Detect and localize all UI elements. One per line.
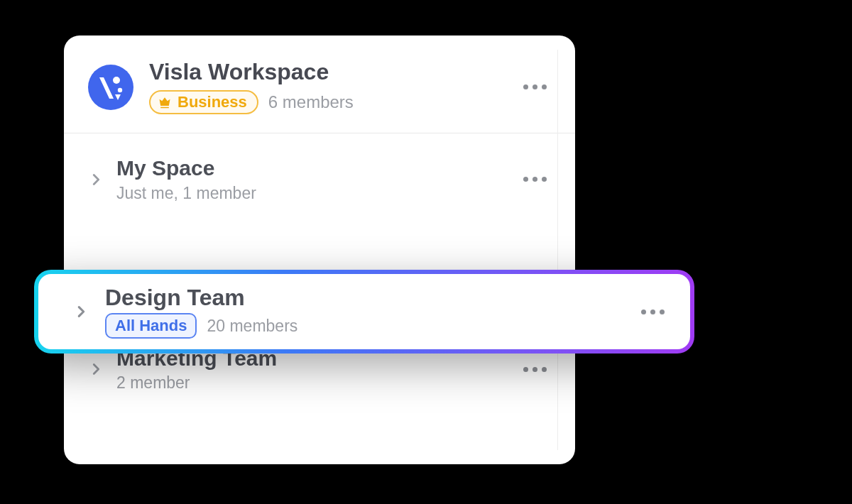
workspace-panel: Visla Workspace Business 6 members: [64, 35, 575, 464]
space-subtitle: Just me, 1 member: [116, 184, 519, 203]
workspace-more-button[interactable]: [519, 80, 551, 94]
crown-icon: [158, 95, 172, 109]
highlighted-space-card: Design Team All Hands 20 members: [34, 270, 694, 354]
space-members: 20 members: [207, 317, 297, 336]
workspace-header: Visla Workspace Business 6 members: [64, 35, 575, 133]
item-more-button[interactable]: [637, 305, 669, 319]
chevron-right-icon[interactable]: [81, 172, 111, 187]
svg-point-0: [113, 77, 120, 84]
list-item[interactable]: Design Team All Hands 20 members: [38, 274, 690, 349]
plan-label: Business: [178, 93, 247, 111]
chevron-right-icon[interactable]: [62, 304, 99, 319]
svg-point-1: [118, 87, 122, 92]
space-title: Marketing Team: [116, 346, 519, 371]
workspace-name: Visla Workspace: [149, 60, 519, 84]
chevron-right-icon[interactable]: [81, 361, 111, 377]
workspace-logo-icon: [88, 65, 133, 110]
list-item[interactable]: My Space Just me, 1 member: [64, 138, 575, 221]
space-subtitle: 2 member: [116, 373, 519, 393]
spaces-list: My Space Just me, 1 member Marketing Tea…: [64, 133, 575, 411]
scrollbar[interactable]: [557, 50, 575, 450]
space-title: Design Team: [105, 285, 637, 311]
item-more-button[interactable]: [519, 172, 551, 186]
plan-badge: Business: [149, 90, 258, 114]
all-hands-tag: All Hands: [105, 313, 197, 339]
space-title: My Space: [116, 156, 519, 181]
workspace-members: 6 members: [268, 92, 354, 112]
item-more-button[interactable]: [519, 363, 551, 376]
